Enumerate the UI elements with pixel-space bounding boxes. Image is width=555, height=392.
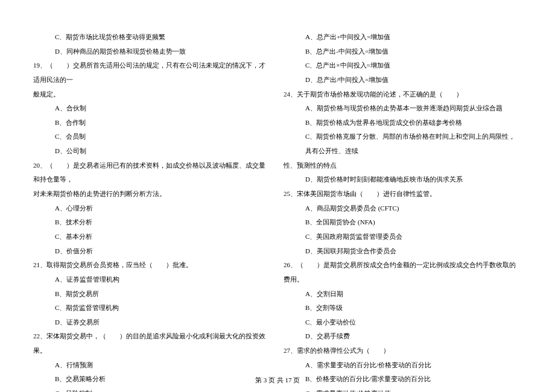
answer-option: C、总产出×中间投入=增加值 [284, 58, 522, 73]
answer-option: A、行情预测 [33, 358, 271, 373]
answer-option: B、交割等级 [284, 301, 522, 315]
answer-option: A、证券监督管理机构 [33, 273, 271, 287]
page-content: C、期货市场比现货价格变动得更频繁D、同种商品的期货价格和现货价格走势一致19、… [0, 0, 555, 368]
answer-option: A、期货价格与现货价格的走势基本一致并逐渐趋同期货从业综合题 [284, 101, 522, 116]
answer-option: A、心理分析 [33, 201, 271, 216]
left-column: C、期货市场比现货价格变动得更频繁D、同种商品的期货价格和现货价格走势一致19、… [27, 30, 278, 350]
question-continuation: 对未来期货价格的走势进行的判断分析方法。 [33, 187, 271, 201]
answer-option: A、需求量变动的百分比/价格变动的百分比 [284, 358, 522, 373]
answer-option: C、需求量变动值/价格变动值 [284, 387, 522, 392]
answer-option: C、期货价格克服了分散、局部的市场价格在时间上和空间上的局限性，具有公开性、连续 [284, 130, 522, 158]
question-text: 19、（ ）交易所首先适用公司法的规定，只有在公司法未规定的情况下，才适用民法的… [33, 58, 271, 87]
answer-option: C、美国政府期货监督管理委员会 [284, 230, 522, 244]
question-text: 21、取得期货交易所会员资格，应当经（ ）批准。 [33, 258, 271, 273]
question-text: 24、关于期货市场价格发现功能的论述，不正确的是（ ） [284, 87, 522, 102]
answer-option: B、期货交易所 [33, 287, 271, 302]
question-continuation: 性、预测性的特点 [284, 159, 522, 173]
answer-option: C、基本分析 [33, 230, 271, 244]
answer-option: B、期货价格成为世界各地现货成交价的基础参考价格 [284, 116, 522, 130]
answer-option: C、期货监督管理机构 [33, 301, 271, 315]
answer-option: D、总产出/中间投入=增加值 [284, 73, 522, 87]
answer-option: B、全国期货协会 (NFA) [284, 215, 522, 230]
question-continuation: 般规定。 [33, 87, 271, 102]
answer-option: D、公司制 [33, 144, 271, 159]
question-text: 25、宋体美国期货市场由（ ）进行自律性监管。 [284, 187, 522, 201]
question-text: 22、宋体期货交易中，（ ）的目的是追求风险最小化或利润最大化的投资效果。 [33, 329, 271, 358]
answer-option: A、总产出+中间投入=增加值 [284, 30, 522, 45]
answer-option: D、交易手续费 [284, 329, 522, 344]
answer-option: A、合伙制 [33, 101, 271, 116]
question-text: 27、需求的价格弹性公式为（ ） [284, 344, 522, 358]
answer-option: D、期货价格时时刻刻都能准确地反映市场的供求关系 [284, 172, 522, 187]
question-text: 26、（ ）是期货交易所按成交合约金额的一定比例或按成交合约手数收取的费用。 [284, 258, 522, 286]
answer-option: A、商品期货交易委员会 (CFTC) [284, 201, 522, 216]
answer-option: C、期货市场比现货价格变动得更频繁 [33, 30, 271, 45]
answer-option: B、总产出-中间投入=增加值 [284, 45, 522, 59]
answer-option: A、交割日期 [284, 287, 522, 302]
answer-option: B、合作制 [33, 116, 271, 130]
question-text: 20、（ ）是交易者运用已有的技术资料，如成交价格以及波动幅度、成交量和持仓量等… [33, 159, 271, 187]
page-footer: 第 3 页 共 17 页 [0, 376, 555, 385]
answer-option: C、最小变动价位 [284, 315, 522, 330]
answer-option: D、价值分析 [33, 244, 271, 259]
answer-option: C、会员制 [33, 130, 271, 144]
answer-option: D、美国联邦期货业合作委员会 [284, 244, 522, 259]
right-column: A、总产出+中间投入=增加值B、总产出-中间投入=增加值C、总产出×中间投入=增… [278, 30, 528, 350]
answer-option: D、证券交易所 [33, 315, 271, 330]
answer-option: D、同种商品的期货价格和现货价格走势一致 [33, 45, 271, 59]
answer-option: C、风险控制 [33, 387, 271, 392]
answer-option: B、技术分析 [33, 215, 271, 230]
